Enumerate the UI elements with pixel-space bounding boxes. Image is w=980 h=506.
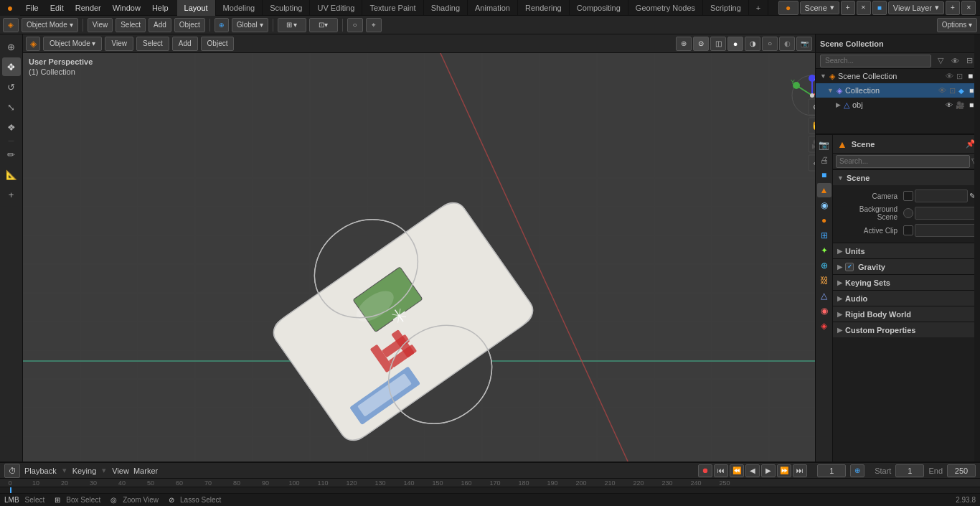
scene-add-btn[interactable]: + (841, 1, 855, 15)
timeline-playback-menu[interactable]: Playback (24, 467, 57, 475)
tool-transform[interactable]: ❖ (2, 118, 21, 136)
transform-icons1[interactable]: ⊞▾ (278, 18, 306, 32)
outliner-eye-filter[interactable]: 👁 (948, 55, 961, 67)
props-physics-tab[interactable]: ⊕ (817, 258, 831, 273)
view-layer-icon[interactable]: ■ (872, 1, 887, 15)
transport-play-reverse-btn[interactable]: ◀ (745, 464, 760, 477)
tab-layout[interactable]: Layout (177, 0, 216, 16)
tab-texture-paint[interactable]: Texture Paint (362, 0, 423, 16)
tab-shading[interactable]: Shading (424, 0, 468, 16)
object-menu-btn[interactable]: Object (174, 18, 205, 32)
outliner-scene-collection[interactable]: ▼ ◈ Scene Collection 👁 ⊡ ◽ (816, 69, 980, 83)
transport-prev-keyframe-btn[interactable]: ⏪ (730, 464, 744, 477)
tool-add[interactable]: + (2, 185, 21, 204)
tool-cursor[interactable]: ⊕ (2, 37, 21, 56)
viewport-solid-mode[interactable]: ● (727, 37, 743, 51)
outliner-obj[interactable]: ▶ △ obj 👁 🎥 ◽ (816, 98, 980, 112)
engine-selector[interactable]: ● (778, 1, 798, 15)
scene-restrict-icon[interactable]: ⊡ (956, 72, 963, 81)
viewport-object-mode[interactable]: Object Mode ▾ (43, 37, 102, 51)
viewport-xray-toggle[interactable]: ◫ (710, 37, 726, 51)
view-layer-add-btn[interactable]: + (946, 1, 960, 15)
viewport-gizmo-toggle[interactable]: ⊕ (676, 37, 692, 51)
menu-render[interactable]: Render (70, 0, 107, 16)
add-menu-btn[interactable]: Add (149, 18, 171, 32)
tab-scripting[interactable]: Scripting (703, 0, 749, 16)
object-mode-btn[interactable]: Object Mode ▾ (22, 18, 78, 32)
tab-sculpting[interactable]: Sculpting (263, 0, 310, 16)
proportional-edit-btn[interactable]: ○ (347, 18, 363, 32)
viewport-object-menu[interactable]: Object (201, 37, 235, 51)
tab-rendering[interactable]: Rendering (518, 0, 570, 16)
outliner-collection[interactable]: ▼ ◈ Collection 👁 ⊡ ◆ ◽ (816, 83, 980, 98)
tab-geometry-nodes[interactable]: Geometry Nodes (628, 0, 703, 16)
tab-compositing[interactable]: Compositing (570, 0, 628, 16)
viewport-overlay-toggle[interactable]: ⊙ (693, 37, 709, 51)
props-search-input[interactable] (836, 155, 970, 168)
props-data-tab[interactable]: △ (817, 289, 831, 303)
tool-move[interactable]: ✥ (2, 57, 21, 76)
viewport-editor-type[interactable]: ◈ (26, 37, 40, 51)
obj-camera[interactable]: 🎥 (956, 101, 964, 109)
props-material-tab[interactable]: ◉ (817, 304, 831, 318)
props-world-tab[interactable]: ◉ (817, 198, 831, 212)
props-modifier-tab[interactable]: ⊞ (817, 228, 831, 243)
transport-play-btn[interactable]: ▶ (761, 464, 776, 477)
menu-window[interactable]: Window (107, 0, 146, 16)
current-frame-input[interactable]: 1 (817, 464, 846, 477)
gravity-checkbox[interactable]: ✓ (845, 263, 854, 271)
props-object-tab[interactable]: ● (817, 213, 831, 228)
rigid-body-header[interactable]: ▶ Rigid Body World (833, 306, 980, 322)
scene-eye-icon[interactable]: 👁 (946, 72, 953, 80)
select-menu-btn[interactable]: Select (116, 18, 146, 32)
view-layer-delete-btn[interactable]: ✕ (961, 1, 976, 15)
props-scrollbar[interactable] (974, 135, 980, 462)
viewport-select-menu[interactable]: Select (136, 37, 169, 51)
units-section-header[interactable]: ▶ Units (833, 243, 980, 258)
menu-file[interactable]: File (20, 0, 44, 16)
menu-edit[interactable]: Edit (44, 0, 70, 16)
props-view-layer-tab[interactable]: ■ (817, 168, 831, 182)
transform-icons2[interactable]: ⊡▾ (309, 18, 338, 32)
timeline-editor-type[interactable]: ⏱ (4, 464, 20, 478)
view-menu-btn[interactable]: View (88, 18, 113, 32)
outliner-filter-btn[interactable]: ▽ (934, 55, 947, 67)
scene-section-header[interactable]: ▼ Scene (833, 169, 980, 185)
tool-annotate[interactable]: ✏ (2, 145, 21, 164)
options-btn[interactable]: Options ▾ (937, 18, 977, 32)
tab-modeling[interactable]: Modeling (216, 0, 263, 16)
timeline-marker-menu[interactable]: Marker (133, 467, 158, 475)
viewport-view-menu[interactable]: View (105, 37, 133, 51)
view-layer-selector[interactable]: View Layer ▾ (888, 1, 944, 14)
outliner-search-input[interactable] (820, 55, 931, 67)
snap-btn[interactable]: ⌖ (366, 18, 382, 32)
custom-props-header[interactable]: ▶ Custom Properties (833, 322, 980, 337)
props-render-tab[interactable]: 📷 (817, 138, 831, 152)
collection-eye[interactable]: 👁 (938, 86, 946, 95)
transport-record-btn[interactable]: ⏺ (698, 464, 712, 477)
tab-uv-editing[interactable]: UV Editing (310, 0, 362, 16)
viewport-add-menu[interactable]: Add (172, 37, 198, 51)
tool-scale[interactable]: ⤡ (2, 98, 21, 116)
props-scene-tab[interactable]: ▲ (817, 183, 831, 197)
end-frame-input[interactable]: 250 (947, 464, 976, 477)
keying-sets-header[interactable]: ▶ Keying Sets (833, 274, 980, 290)
obj-eye[interactable]: 👁 (946, 101, 953, 109)
viewport-render-mode[interactable]: ○ (762, 37, 778, 51)
editor-type-btn[interactable]: ◈ (3, 18, 19, 32)
camera-value[interactable] (915, 189, 968, 202)
gravity-section-header[interactable]: ▶ ✓ Gravity (833, 258, 980, 274)
transport-next-keyframe-btn[interactable]: ⏩ (777, 464, 791, 477)
active-clip-value[interactable] (915, 224, 976, 237)
transport-skip-start-btn[interactable]: ⏮ (714, 464, 728, 477)
props-constraints-tab[interactable]: ⛓ (817, 273, 831, 288)
transform-global-icon[interactable]: ⊕ (215, 18, 229, 32)
tool-measure[interactable]: 📐 (2, 165, 21, 184)
start-frame-input[interactable]: 1 (895, 464, 924, 477)
timeline-view-menu[interactable]: View (112, 467, 129, 475)
frame-sync-btn[interactable]: ⊕ (850, 464, 864, 477)
collection-active[interactable]: ◆ (958, 87, 964, 95)
props-object-props-tab[interactable]: ◈ (817, 319, 831, 333)
transform-global-btn[interactable]: Global ▾ (232, 18, 268, 32)
viewport-3d[interactable]: ◈ Object Mode ▾ View Select Add Object ⊕… (23, 34, 815, 462)
